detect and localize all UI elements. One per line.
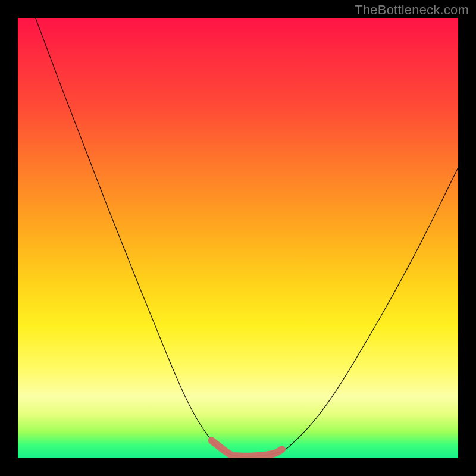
bottleneck-highlight	[212, 440, 282, 456]
plot-area	[18, 18, 458, 458]
bottleneck-curve	[36, 18, 458, 456]
curve-svg	[18, 18, 458, 458]
chart-frame: TheBottleneck.com	[0, 0, 476, 476]
watermark-text: TheBottleneck.com	[355, 2, 469, 18]
